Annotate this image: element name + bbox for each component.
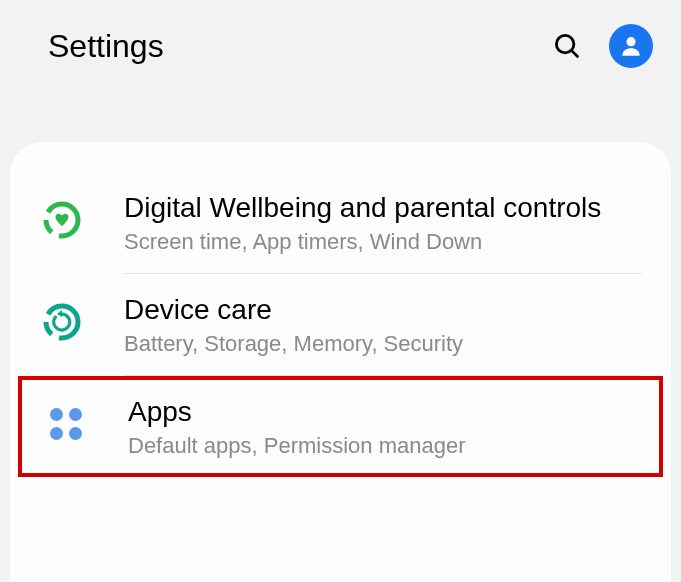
item-title: Device care [124, 292, 641, 327]
profile-icon [618, 33, 644, 59]
header-actions [549, 24, 653, 68]
digital-wellbeing-icon [40, 198, 84, 242]
item-text: Apps Default apps, Permission manager [128, 394, 637, 459]
profile-button[interactable] [609, 24, 653, 68]
item-title: Digital Wellbeing and parental controls [124, 190, 641, 225]
apps-highlight: Apps Default apps, Permission manager [18, 376, 663, 477]
item-subtitle: Battery, Storage, Memory, Security [124, 331, 641, 357]
item-text: Digital Wellbeing and parental controls … [124, 190, 641, 255]
settings-card: Digital Wellbeing and parental controls … [10, 142, 671, 582]
search-icon [552, 31, 582, 61]
svg-line-1 [572, 51, 579, 58]
page-title: Settings [48, 28, 164, 65]
item-subtitle: Default apps, Permission manager [128, 433, 637, 459]
device-care-icon [40, 300, 84, 344]
apps-icon-wrap [44, 402, 88, 446]
settings-header: Settings [0, 0, 681, 92]
item-subtitle: Screen time, App timers, Wind Down [124, 229, 641, 255]
item-title: Apps [128, 394, 637, 429]
settings-item-digital-wellbeing[interactable]: Digital Wellbeing and parental controls … [10, 172, 671, 273]
apps-icon [50, 408, 82, 440]
search-button[interactable] [549, 28, 585, 64]
settings-item-apps[interactable]: Apps Default apps, Permission manager [22, 380, 659, 473]
settings-item-device-care[interactable]: Device care Battery, Storage, Memory, Se… [10, 274, 671, 375]
svg-point-2 [626, 37, 635, 46]
svg-point-0 [556, 35, 574, 53]
item-text: Device care Battery, Storage, Memory, Se… [124, 292, 641, 357]
